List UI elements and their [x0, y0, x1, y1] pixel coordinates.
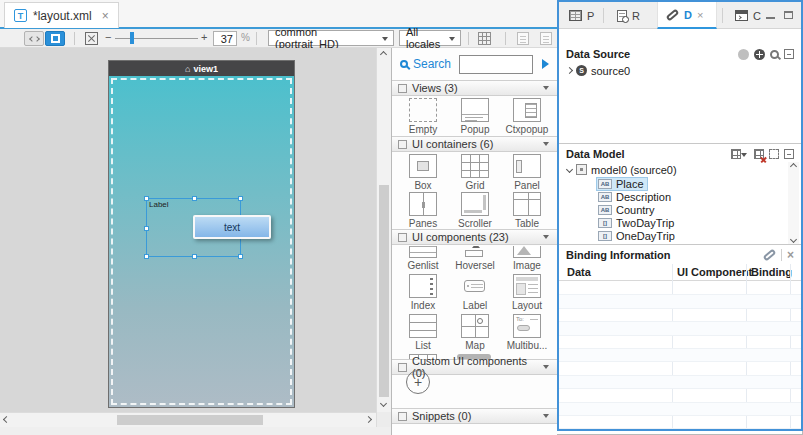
tab-data-binding[interactable]: D ×: [657, 2, 717, 29]
palette-item-index[interactable]: Index: [397, 274, 449, 311]
collapse-arrow-icon[interactable]: [543, 414, 549, 418]
maximize-icon[interactable]: [784, 11, 793, 19]
scroll-up-icon[interactable]: [790, 163, 797, 170]
panel-window-buttons: [766, 11, 793, 19]
search-run-icon[interactable]: [542, 59, 549, 69]
phone-preview[interactable]: ⌂ view1 Label text: [108, 60, 295, 408]
design-view-button[interactable]: [45, 31, 65, 46]
scroll-down-icon[interactable]: [380, 400, 387, 407]
palette-item-image[interactable]: Image: [501, 246, 553, 271]
selection-handle[interactable]: [238, 254, 243, 259]
palette-item-table[interactable]: Table: [501, 192, 553, 229]
palette-item-label[interactable]: Label: [449, 274, 501, 311]
tab-close-icon[interactable]: ×: [102, 9, 109, 23]
collapse-arrow-icon[interactable]: [543, 365, 549, 369]
search-input[interactable]: [459, 55, 533, 74]
tree-item-twodaytrip[interactable]: [] TwoDayTrip: [559, 216, 785, 229]
palette-item-label: Ctxpopup: [506, 124, 549, 135]
profile-dropdown[interactable]: common (portrait_HD): [268, 30, 394, 46]
canvas-horizontal-scrollbar[interactable]: [0, 412, 376, 427]
tab-console[interactable]: C: [727, 2, 769, 29]
source-view-button[interactable]: [24, 31, 44, 46]
palette-item-empty[interactable]: Empty: [397, 98, 449, 135]
data-model-scrollbar[interactable]: [788, 162, 799, 244]
chevron-right-icon[interactable]: [566, 67, 573, 74]
add-data-source-icon[interactable]: [754, 49, 765, 60]
close-icon[interactable]: ×: [787, 248, 794, 262]
tree-item-source0[interactable]: S source0: [559, 64, 785, 77]
palette-item-grid[interactable]: Grid: [449, 154, 501, 191]
palette-item-panes[interactable]: Panes: [397, 192, 449, 229]
palette-item-panel[interactable]: Panel: [501, 154, 553, 191]
collapse-all-icon[interactable]: [784, 49, 794, 59]
selected-field[interactable]: AB Place: [597, 178, 647, 190]
palette-item-label: Table: [515, 218, 539, 229]
zoom-value-input[interactable]: 37: [213, 31, 237, 46]
palette-item-scroller[interactable]: Scroller: [449, 192, 501, 229]
palette-item-popup[interactable]: Popup: [449, 98, 501, 135]
design-canvas[interactable]: ⌂ view1 Label text: [0, 48, 376, 412]
section-title: Data Model: [566, 148, 625, 160]
components-scroll-area[interactable]: Genlist Hoversel Image Index: [392, 246, 557, 359]
column-header-data[interactable]: Data: [567, 266, 591, 278]
collapse-arrow-icon[interactable]: [543, 142, 549, 146]
palette-item-multibutton[interactable]: To: Multibu...: [501, 314, 553, 351]
remove-model-icon[interactable]: [754, 149, 764, 159]
palette-item-list[interactable]: List: [397, 314, 449, 351]
column-header-ui-component[interactable]: UI Component: [677, 266, 752, 278]
tree-item-country[interactable]: AB Country: [559, 203, 785, 216]
palette-item-box[interactable]: Box: [397, 154, 449, 191]
add-model-icon[interactable]: [731, 149, 741, 159]
palette-item-ctxpopup[interactable]: Ctxpopup: [501, 98, 553, 135]
tab-properties[interactable]: P: [561, 2, 602, 29]
selection-handle[interactable]: [192, 254, 197, 259]
tree-item-onedaytrip[interactable]: [] OneDayTrip: [559, 229, 785, 242]
zoom-slider-thumb[interactable]: [130, 32, 134, 44]
palette-item-map[interactable]: Map: [449, 314, 501, 351]
scroll-right-icon[interactable]: [365, 416, 372, 423]
column-header-binding[interactable]: Binding: [751, 266, 792, 278]
chevron-down-icon[interactable]: [566, 166, 573, 173]
tree-item-description[interactable]: AB Description: [559, 190, 785, 203]
selection-handle[interactable]: [238, 196, 243, 201]
zoom-in-icon[interactable]: +: [201, 31, 207, 43]
category-ui-containers[interactable]: UI containers (6): [392, 136, 557, 152]
palette-item-layout[interactable]: Layout: [501, 274, 553, 311]
scroll-left-icon[interactable]: [3, 416, 10, 423]
tab-resources[interactable]: R: [609, 2, 648, 29]
grid-toggle-icon[interactable]: [478, 32, 491, 45]
paperclip-icon[interactable]: [763, 249, 777, 262]
horizontal-scroll-thumb[interactable]: [117, 415, 263, 425]
tab-layout-xml[interactable]: T *layout.xml ×: [4, 2, 119, 28]
category-ui-components[interactable]: UI components (23): [392, 229, 557, 245]
locale-dropdown[interactable]: All locales: [399, 30, 461, 46]
canvas-vertical-scrollbar[interactable]: [376, 48, 391, 412]
tree-item-place[interactable]: AB Place: [559, 177, 785, 190]
category-snippets[interactable]: Snippets (0): [392, 408, 557, 424]
zoom-slider-track[interactable]: [115, 38, 198, 39]
selection-handle[interactable]: [144, 254, 149, 259]
minimize-icon[interactable]: [766, 11, 775, 19]
fit-to-window-icon[interactable]: [85, 32, 98, 45]
vertical-scroll-thumb[interactable]: [379, 185, 389, 397]
collapse-arrow-icon[interactable]: [543, 235, 549, 239]
collapse-arrow-icon[interactable]: [543, 86, 549, 90]
scroll-up-icon[interactable]: [380, 51, 387, 58]
selection-handle[interactable]: [144, 226, 149, 231]
preview-source-icon[interactable]: [770, 50, 779, 59]
tab-close-icon[interactable]: ×: [697, 9, 703, 21]
button-component[interactable]: text: [193, 215, 271, 239]
palette-item-hoversel[interactable]: Hoversel: [449, 246, 501, 271]
scroll-down-icon[interactable]: [790, 236, 797, 243]
palette-item-genlist[interactable]: Genlist: [397, 246, 449, 271]
selection-handle[interactable]: [144, 196, 149, 201]
add-custom-component-button[interactable]: +: [406, 370, 430, 394]
view-body[interactable]: Label text: [109, 76, 294, 407]
tree-item-model0[interactable]: model0 (source0): [559, 163, 785, 176]
expand-all-icon[interactable]: [769, 149, 779, 159]
category-views[interactable]: Views (3): [392, 80, 557, 96]
zoom-out-icon[interactable]: −: [105, 31, 111, 43]
collapse-all-icon[interactable]: [784, 149, 794, 159]
label-component-text: Label: [149, 200, 169, 209]
selection-handle[interactable]: [192, 196, 197, 201]
